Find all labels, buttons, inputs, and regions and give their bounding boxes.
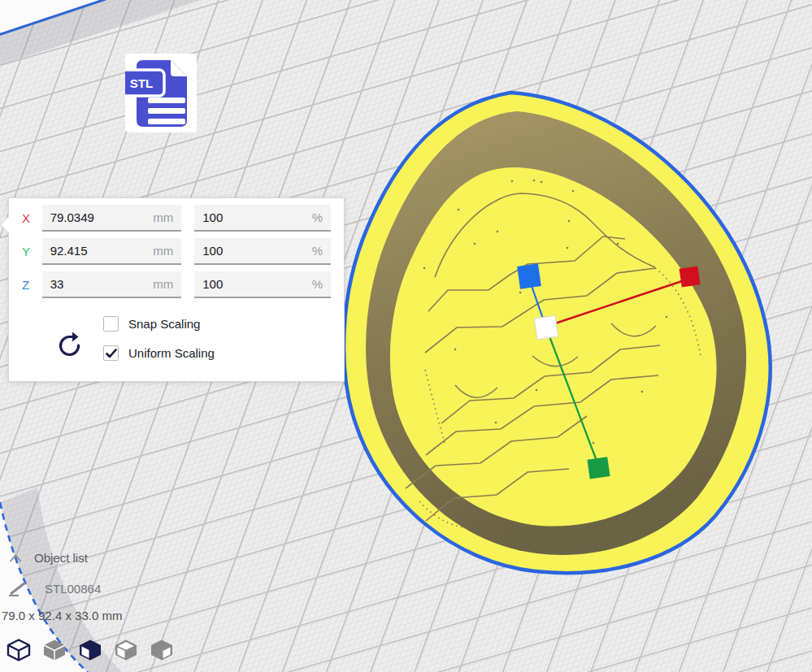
scale-row-z: Z 33 mm 100 % — [22, 271, 331, 298]
object-name: STL00864 — [45, 582, 101, 596]
z-percent-value[interactable]: 100 — [202, 277, 223, 291]
view-front-button[interactable] — [42, 639, 67, 661]
stl-document-icon: STL — [125, 54, 197, 132]
z-percent-input[interactable]: 100 % — [194, 271, 331, 298]
reset-scale-button[interactable] — [55, 328, 85, 359]
object-list-title: Object list — [34, 551, 88, 565]
scale-tool-panel: X 79.0349 mm 100 % Y 92.415 mm 100 % Z 3… — [8, 197, 345, 382]
scale-row-x: X 79.0349 mm 100 % — [22, 205, 331, 232]
checkmark-icon — [106, 349, 117, 358]
uniform-scaling-row: Uniform Scaling — [103, 345, 215, 361]
axis-z-label: Z — [22, 278, 42, 292]
view-3d-button[interactable] — [7, 639, 31, 661]
chevron-up-icon — [9, 554, 22, 562]
view-left-button[interactable] — [114, 639, 138, 661]
y-percent-unit: % — [312, 244, 323, 258]
axis-x-label: X — [22, 211, 42, 225]
gizmo-handle-blue[interactable] — [517, 263, 541, 288]
snap-scaling-label: Snap Scaling — [128, 317, 200, 331]
x-size-value[interactable]: 79.0349 — [50, 210, 94, 224]
x-percent-value[interactable]: 100 — [202, 210, 223, 224]
pencil-icon — [7, 580, 28, 596]
object-list-item[interactable]: STL00864 — [7, 580, 101, 596]
z-size-input[interactable]: 33 mm — [42, 271, 182, 298]
uniform-scaling-checkbox[interactable] — [103, 345, 119, 361]
y-size-unit: mm — [153, 244, 173, 258]
y-size-value[interactable]: 92.415 — [50, 244, 88, 258]
x-percent-input[interactable]: 100 % — [194, 205, 331, 232]
gizmo-handle-center[interactable] — [534, 315, 558, 339]
view-top-button[interactable] — [78, 639, 102, 661]
cube-3d-icon — [7, 639, 31, 661]
snap-scaling-row: Snap Scaling — [103, 316, 215, 332]
view-right-button[interactable] — [150, 639, 174, 661]
uniform-scaling-label: Uniform Scaling — [128, 346, 215, 360]
cube-top-icon — [78, 639, 102, 661]
gizmo-handle-green[interactable] — [587, 457, 610, 479]
z-size-unit: mm — [153, 277, 173, 291]
stl-label: STL — [130, 76, 153, 90]
object-list-toggle[interactable]: Object list — [9, 551, 88, 565]
x-size-unit: mm — [153, 210, 173, 224]
reset-icon — [55, 328, 85, 359]
stl-file-icon: STL — [125, 54, 197, 132]
z-size-value[interactable]: 33 — [50, 277, 64, 291]
gizmo-handle-red[interactable] — [680, 266, 701, 287]
y-percent-input[interactable]: 100 % — [194, 238, 331, 265]
scale-row-y: Y 92.415 mm 100 % — [22, 238, 331, 265]
cube-left-icon — [114, 639, 138, 661]
view-toolbar — [7, 639, 174, 661]
y-percent-value[interactable]: 100 — [202, 244, 223, 258]
y-size-input[interactable]: 92.415 mm — [42, 238, 182, 265]
z-percent-unit: % — [312, 277, 323, 291]
snap-scaling-checkbox[interactable] — [103, 316, 119, 332]
cube-right-icon — [150, 639, 174, 661]
axis-y-label: Y — [22, 245, 42, 258]
model-dimensions-text: 79.0 x 92.4 x 33.0 mm — [2, 609, 122, 622]
x-percent-unit: % — [312, 210, 323, 224]
cube-front-icon — [42, 639, 67, 661]
x-size-input[interactable]: 79.0349 mm — [42, 205, 182, 232]
